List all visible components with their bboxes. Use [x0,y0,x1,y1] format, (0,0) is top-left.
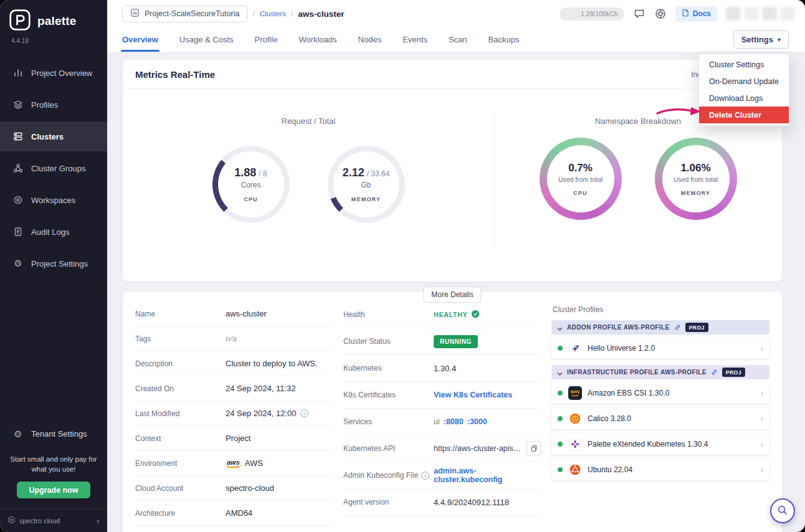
tab-profile[interactable]: Profile [255,27,278,52]
detail-row-description: Description Cluster to deploy to AWS. [135,351,333,376]
support-fab[interactable] [770,498,795,523]
settings-dropdown-button[interactable]: Settings ▾ [733,31,789,49]
link-icon [711,367,718,378]
tab-nodes[interactable]: Nodes [358,27,382,52]
tab-overview[interactable]: Overview [122,27,158,52]
link-icon [674,322,681,333]
app-version: 4.4.19 [0,35,107,44]
project-selector[interactable]: Project-ScaleSecureTutoria [122,6,247,22]
details-middle-column: Health HEALTHY Cluster Status RUNNING Ku… [343,302,541,532]
request-total-heading: Request / Total [123,116,494,126]
detail-row-context: Context Project [135,426,333,451]
pack-status-dot [558,391,563,396]
profile-pack-calico[interactable]: Calico 3.28.0 › [551,408,769,429]
service-port-8080-link[interactable]: :8080 [444,417,464,426]
docs-icon [682,9,689,19]
upgrade-now-button[interactable]: Upgrade now [17,482,90,498]
detail-row-admin-kubeconfig: Admin Kubeconfig Filei admin.aws-cluster… [343,462,541,489]
sidebar-item-clusters[interactable]: Clusters [0,121,107,151]
detail-row-health: Health HEALTHY [343,302,541,328]
sidebar-item-label: Audit Logs [31,227,69,237]
sidebar-item-label: Profiles [31,100,58,110]
document-icon [12,226,24,237]
menu-item-cluster-settings[interactable]: Cluster Settings [699,56,789,73]
breadcrumb-separator: / [291,9,293,18]
chevron-right-icon: › [760,343,763,353]
magnifier-chat-icon [776,504,789,518]
sidebar-item-profiles[interactable]: Profiles [0,90,107,120]
chevron-down-icon: ▾ [778,36,781,43]
namespace-cpu-metric: CPU [573,190,588,196]
sidebar-item-workspaces[interactable]: Workspaces [0,185,107,215]
tab-scan[interactable]: Scan [449,27,467,52]
kubeconfig-download-link[interactable]: admin.aws-cluster.kubeconfig [434,467,541,484]
sidebar-item-label: Cluster Groups [31,164,85,173]
memory-total-value: / 33.64 [367,169,390,178]
namespace-memory-donut: 1.06% Used from total MEMORY [655,138,737,220]
sidebar-item-project-settings[interactable]: ⚙ Project Settings [0,249,107,278]
gear-icon: ⚙ [12,258,24,269]
sidebar-item-cluster-groups[interactable]: Cluster Groups [0,153,107,183]
breadcrumb-clusters-link[interactable]: Clusters [260,10,286,17]
sidebar-item-label: Workspaces [31,196,75,205]
detail-row-tags: Tags n/a [135,326,333,351]
cluster-details-card: Name aws-cluster Tags n/a Description Cl… [123,292,782,532]
namespace-cpu-caption: Used from total [558,176,603,183]
cpu-gauge: 1.88 / 8 Cores CPU [212,146,290,223]
detail-row-cluster-status: Cluster Status RUNNING [343,328,541,355]
tab-workloads[interactable]: Workloads [298,27,336,52]
namespace-memory-caption: Used from total [674,176,718,183]
app-window: palette 4.4.19 Project Overview Profiles… [0,0,805,532]
ubuntu-icon [568,463,582,477]
sidebar-item-tenant-settings[interactable]: ⚙ Tenant Settings [0,420,107,448]
spectro-cloud-label: spectro cloud [19,517,60,525]
docs-button[interactable]: Docs [675,6,717,22]
sidebar-item-label: Project Overview [31,69,92,78]
pack-status-dot [558,346,563,351]
detail-row-name: Name aws-cluster [135,302,333,326]
menu-item-on-demand-update[interactable]: On-Demand Update [699,73,789,90]
settings-dropdown-menu: Cluster Settings On-Demand Update Downlo… [698,54,789,126]
redacted-account-area [726,7,795,21]
network-icon [12,163,24,174]
breadcrumb-separator: / [252,9,254,18]
bar-chart-icon [12,67,24,78]
view-k8s-certificates-link[interactable]: View K8s Certificates [434,391,512,399]
sidebar-item-project-overview[interactable]: Project Overview [0,58,107,88]
palette-logo[interactable]: palette [0,0,107,35]
top-bar: Project-ScaleSecureTutoria / Clusters / … [107,0,805,27]
help-lifebuoy-icon[interactable] [654,7,667,20]
detail-row-services: Services ui:8080:3000 [343,409,541,435]
menu-item-download-logs[interactable]: Download Logs [699,90,789,107]
info-icon[interactable]: i [300,409,308,417]
docs-label: Docs [693,9,711,18]
chevron-right-icon: › [760,388,763,398]
layers-icon [12,99,24,110]
memory-request-value: 2.12 [343,166,364,179]
profile-pack-amazon-ebs-csi[interactable]: aws Amazon EBS CSI 1.30.0 › [551,382,769,404]
cpu-unit: Cores [241,181,260,189]
sidebar-footer: spectro cloud ‹ [0,508,107,532]
cluster-profiles-panel: Cluster Profiles ADDON PROFILE AWS-PROFI… [551,302,769,532]
service-port-3000-link[interactable]: :3000 [467,417,487,426]
memory-metric-label: MEMORY [351,196,381,202]
aws-logo: aws [226,458,241,468]
info-icon[interactable]: i [421,472,429,480]
addon-profile-section-header[interactable]: ADDON PROFILE AWS-PROFILE PROJ [551,320,769,335]
tab-events[interactable]: Events [402,27,427,52]
menu-item-delete-cluster[interactable]: Delete Cluster [699,107,789,123]
profile-pack-hello-universe[interactable]: Hello Universe 1.2.0 › [551,338,769,359]
chat-icon[interactable] [633,7,645,20]
infrastructure-profile-section-header[interactable]: INFRASTRUCTURE PROFILE AWS-PROFILE PROJ [551,365,769,379]
cpu-request-value: 1.88 [234,166,256,179]
sidebar-item-audit-logs[interactable]: Audit Logs [0,217,107,247]
more-details-button[interactable]: More Details [423,287,481,303]
tab-backups[interactable]: Backups [488,27,520,52]
tab-usage-costs[interactable]: Usage & Costs [179,27,234,52]
pack-status-dot [558,416,563,421]
profile-pack-ubuntu[interactable]: Ubuntu 22.04 › [551,459,769,480]
copy-icon[interactable] [526,441,541,456]
calico-icon [568,412,582,425]
sidebar-collapse-button[interactable]: ‹ [97,516,100,525]
profile-pack-palette-extended-kubernetes[interactable]: Palette eXtended Kubernetes 1.30.4 › [551,434,769,455]
